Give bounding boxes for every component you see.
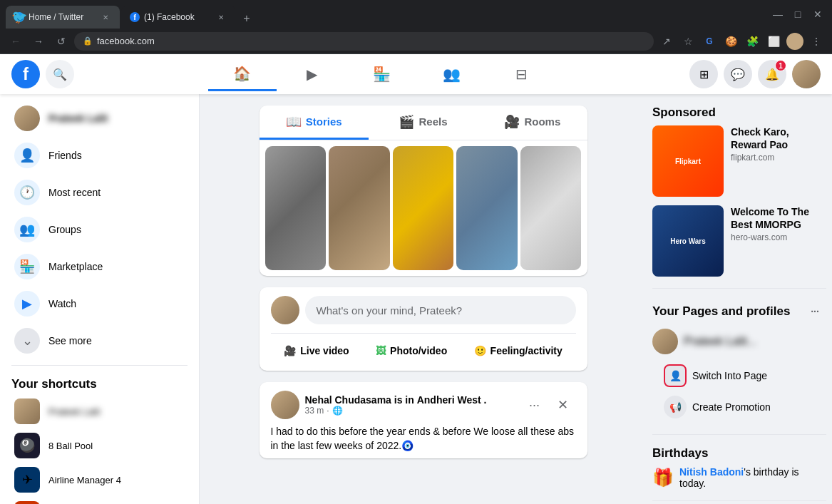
post-author-name: Nehal Chudasama is in Andheri West . [305,394,516,406]
shortcut-airline[interactable]: ✈ Airline Manager 4 [3,463,196,497]
notifications-button[interactable]: 🔔 1 [758,60,786,88]
sponsored-section: Sponsored Flipkart Check Karo, Reward Pa… [652,106,826,277]
post-options: ··· ✕ [522,392,576,418]
sponsored-flipkart[interactable]: Flipkart Check Karo, Reward Pao flipkart… [652,125,826,197]
watch-sidebar-icon: ▶ [14,291,40,317]
twitter-tab-close[interactable]: ✕ [100,11,111,23]
chrome-menu-icon[interactable]: ⋮ [806,31,826,51]
sidebar-friends-label: Friends [48,150,82,161]
sidebar-divider [11,365,188,366]
tab-twitter[interactable]: 🐦 Home / Twitter ✕ [6,6,120,29]
shortcut-prateek[interactable]: Prateek Lalit [3,394,196,428]
post-close-button[interactable]: ✕ [550,392,576,418]
switch-into-page-button[interactable]: 👤 Switch Into Page [652,360,826,391]
reload-button[interactable]: ↺ [51,31,71,51]
nav-center: 🏠 ▶ 🏪 👥 ⊟ [74,57,689,91]
extension-cookie-icon[interactable]: 🍪 [721,31,741,51]
twitter-tab-icon: 🐦 [14,12,24,22]
tab-stories[interactable]: 📖 Stories [260,106,369,140]
grid-menu-button[interactable]: ⊞ [689,60,718,88]
birthday-person: Nitish Badoni [679,466,744,478]
window-controls: — □ ✕ [769,6,826,23]
rooms-tab-label: Rooms [524,115,560,128]
post-divider [271,333,576,334]
bookmark-icon[interactable]: ☆ [678,31,698,51]
pages-more-button[interactable]: ··· [803,300,826,323]
minimize-button[interactable]: — [769,6,786,23]
search-button[interactable]: 🔍 [46,60,74,88]
maximize-button[interactable]: □ [789,6,806,23]
shortcut-airline-icon: ✈ [14,467,40,493]
shortcut-8ball[interactable]: 🎱 8 Ball Pool [3,428,196,463]
sidebar-username: Prateek Lalit [48,113,108,124]
story-card-2[interactable] [329,146,390,270]
sponsored-herowars[interactable]: Hero Wars Welcome To The Best MMORPG her… [652,205,826,277]
cast-icon[interactable]: ⬜ [764,31,784,51]
photo-video-button[interactable]: 🖼 Photo/video [367,339,456,362]
post-header: Nehal Chudasama is in Andheri West . 33 … [260,382,587,419]
extension-g-icon[interactable]: G [699,31,719,51]
sidebar-item-see-more[interactable]: ⌄ See more [3,322,196,359]
live-video-button[interactable]: 🎥 Live video [275,339,357,362]
feeling-button[interactable]: 🙂 Feeling/activity [466,339,571,362]
address-url-bar[interactable]: 🔒 facebook.com [74,32,654,51]
nav-gaming[interactable]: ⊟ [488,57,556,91]
sponsored-flipkart-image: Flipkart [652,125,724,197]
sidebar-item-groups[interactable]: 👥 Groups [3,211,196,248]
facebook-tab-icon: f [130,12,140,22]
tab-rooms[interactable]: 🎥 Rooms [478,106,587,140]
feeling-icon: 🙂 [474,345,486,356]
groups-icon: 👥 [443,66,461,83]
post-more-button[interactable]: ··· [522,392,548,418]
story-card-1[interactable] [265,146,327,270]
messenger-button[interactable]: 💬 [724,60,752,88]
create-promotion-button[interactable]: 📢 Create Promotion [652,391,826,423]
pages-title: Your Pages and profiles ··· [652,300,826,323]
sidebar-item-friends[interactable]: 👤 Friends [3,137,196,174]
tab-facebook[interactable]: f (1) Facebook ✕ [121,6,235,29]
birthday-gift-icon: 🎁 [652,468,674,488]
story-card-3[interactable] [393,146,454,270]
post-author-avatar [271,391,299,419]
story-card-4[interactable] [456,146,518,270]
share-icon[interactable]: ↗ [657,31,677,51]
new-tab-button[interactable]: + [237,9,257,29]
stories-grid [260,140,587,276]
sidebar-user-avatar [14,106,40,131]
nav-marketplace[interactable]: 🏪 [348,57,416,91]
forward-button[interactable]: → [29,31,48,51]
nav-home[interactable]: 🏠 [208,57,277,91]
nav-groups[interactable]: 👥 [418,57,486,91]
url-text: facebook.com [97,36,155,46]
reels-tab-label: Reels [418,115,447,128]
sidebar-user[interactable]: Prateek Lalit [3,100,196,137]
stories-tab-icon: 📖 [286,114,302,130]
profile-avatar[interactable] [785,31,805,51]
grid-icon: ⊞ [699,68,709,81]
sidebar-marketplace-label: Marketplace [48,261,103,272]
search-icon: 🔍 [53,68,67,81]
tab-reels[interactable]: 🎬 Reels [369,106,478,140]
facebook-tab-close[interactable]: ✕ [215,11,227,23]
post-text: I had to do this before the year ends & … [271,426,574,451]
close-button[interactable]: ✕ [809,6,826,23]
video-icon: ▶ [307,66,317,83]
sidebar-item-marketplace[interactable]: 🏪 Marketplace [3,248,196,285]
extension-puzzle-icon[interactable]: 🧩 [742,31,762,51]
marketplace-icon: 🏪 [373,66,391,83]
rooms-tab-icon: 🎥 [504,114,520,130]
user-avatar-button[interactable] [792,60,821,88]
nav-video[interactable]: ▶ [278,57,346,91]
stories-tabs-card: 📖 Stories 🎬 Reels 🎥 Rooms [260,106,587,276]
story-card-5[interactable] [520,146,582,270]
shortcut-athletics[interactable]: 🏃 Athletics Mania [3,497,196,504]
sponsored-flipkart-info: Check Karo, Reward Pao flipkart.com [731,125,826,197]
post-input[interactable]: What's on your mind, Prateek? [305,296,576,324]
sidebar-item-recent[interactable]: 🕐 Most recent [3,174,196,211]
twitter-tab-label: Home / Twitter [29,12,83,22]
back-button[interactable]: ← [6,31,26,51]
friends-icon: 👤 [14,143,40,168]
sponsored-flipkart-domain: flipkart.com [731,153,826,163]
sidebar-item-watch[interactable]: ▶ Watch [3,285,196,322]
facebook-logo[interactable]: f [11,60,40,88]
